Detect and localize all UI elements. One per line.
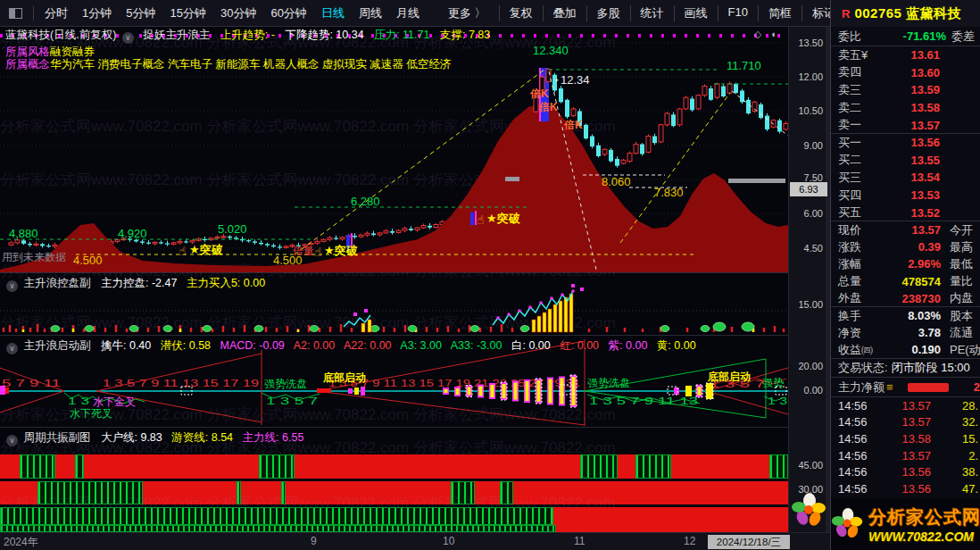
svg-text:1 3: 1 3 [68, 396, 89, 406]
bid-price[interactable]: 13.56 [876, 136, 940, 149]
concept-tags-line: 所属概念华为汽车 消费电子概念 汽车电子 新能源车 机器人概念 虚拟现实 减速器… [5, 57, 451, 72]
svg-text:1 3: 1 3 [768, 396, 787, 406]
bid-price[interactable]: 13.55 [876, 154, 940, 167]
weicha-label: 委差 [946, 29, 980, 45]
timeline-month: 11 [574, 535, 585, 547]
scrollbar[interactable] [826, 27, 830, 532]
site-flower-logo [791, 491, 828, 529]
margin-trading-flag: R [842, 7, 850, 21]
current-date-box: 2024/12/18/三 [708, 535, 790, 549]
menu-divider [33, 6, 34, 21]
weibi-label: 委比 [838, 29, 874, 45]
tool-draw-line[interactable]: 画线 [674, 5, 718, 21]
tick-row[interactable]: 14:5613.5647. [831, 480, 980, 497]
timeline-month: 12 [684, 535, 695, 547]
trade-status: 交易状态: 闭市阶段 15:00 [831, 359, 980, 378]
svg-text:4.920: 4.920 [118, 227, 147, 240]
tab-more[interactable]: 更多 〉 [441, 5, 494, 21]
svg-text:强势洗盘: 强势洗盘 [587, 377, 630, 389]
tool-adjust-price[interactable]: 复权 [499, 5, 543, 21]
timeline-axis: 2024年 9 10 11 12 2024/12/18/三 [0, 532, 830, 550]
ask-price[interactable]: 13.60 [876, 66, 940, 79]
panel2-field2-label: 主力买入5: [187, 277, 240, 289]
style-value: 融资融券 [50, 46, 95, 58]
indicator-name: 捉妖主升浪主 [143, 29, 210, 41]
tool-overlay[interactable]: 叠加 [543, 5, 586, 21]
bid-price[interactable]: 13.52 [876, 206, 940, 220]
svg-text:4.880: 4.880 [9, 227, 38, 240]
tool-simple-frame[interactable]: 简框 [758, 5, 801, 21]
panel-resonance: ∨ 周期共振副图 大户线: 9.83 游资线: 8.54 主力线: 6.55 [0, 427, 788, 525]
tab-5min[interactable]: 5分钟 [119, 5, 162, 21]
svg-text:用到未来数据: 用到未来数据 [2, 251, 66, 263]
signal-bar-blue [470, 212, 474, 225]
site-logo-block: 分析家公式网 WWW.70822.COM [831, 498, 980, 550]
tab-monthly[interactable]: 月线 [389, 5, 427, 21]
support-label: 支撑: [440, 29, 465, 41]
timeline-month: 10 [443, 535, 454, 547]
collapse-panel2-icon[interactable]: ∨ [6, 280, 18, 292]
resonance-row-2 [0, 481, 788, 504]
tab-time-sharing[interactable]: 分时 [37, 5, 75, 21]
chart-column: 分析家公式网www.70822.com 分析家公式网www.70822.com … [0, 27, 830, 550]
collapse-panel4-icon[interactable]: ∨ [6, 435, 18, 446]
signal-strip [0, 525, 788, 532]
svg-text:水下金叉: 水下金叉 [93, 396, 136, 408]
svg-text:★突破: ★突破 [189, 243, 224, 256]
svg-text:倍K: 倍K [563, 119, 583, 131]
svg-text:*: * [555, 77, 559, 86]
tool-multi-stock[interactable]: 多股 [586, 5, 630, 21]
tab-1min[interactable]: 1分钟 [75, 5, 119, 21]
svg-text:☝: ☝ [477, 212, 485, 227]
ask-price[interactable]: 13.59 [876, 83, 940, 96]
tab-30min[interactable]: 30分钟 [213, 5, 263, 21]
svg-text:4.500: 4.500 [73, 254, 103, 267]
tick-row[interactable]: 14:5613.5638. [831, 463, 980, 480]
svg-text:7.830: 7.830 [654, 186, 684, 199]
svg-text:11.710: 11.710 [727, 59, 761, 72]
panel2-field1-label: 主力控盘: [101, 277, 148, 289]
panel-launch: ∨ 主升浪启动副 擒牛: 0.40 潜伏: 0.58 MACD: -0.09 A… [0, 335, 788, 427]
collapse-panel3-icon[interactable]: ∨ [6, 343, 18, 354]
bid-price[interactable]: 13.53 [876, 188, 940, 202]
tick-row[interactable]: 14:5613.572. [831, 447, 980, 464]
timeline-year: 2024年 [4, 535, 38, 550]
tick-row[interactable]: 14:5613.5815. [831, 430, 980, 447]
uptrend-label: 上升趋势: [220, 29, 268, 41]
stats-block-1: 现价13.57今开 涨跌0.39最高 涨幅2.96%最低 总量478574量比 … [831, 221, 980, 307]
tab-60min[interactable]: 60分钟 [263, 5, 313, 21]
list-icon[interactable]: ≡ [886, 380, 893, 394]
tab-15min[interactable]: 15分钟 [162, 5, 212, 21]
svg-text:水下死叉: 水下死叉 [70, 407, 112, 420]
tab-daily[interactable]: 日线 [314, 5, 352, 21]
svg-text:☝: ☝ [314, 245, 322, 259]
window-layout-icon[interactable] [9, 8, 22, 19]
site-url[interactable]: WWW.70822.COM [868, 529, 980, 544]
ask-ladder: 卖五¥13.61 卖四13.60 卖三13.59 卖二13.58 卖一13.57 [831, 46, 980, 134]
ask-price[interactable]: 13.58 [876, 101, 940, 114]
site-flower-logo [831, 502, 865, 546]
ask-price[interactable]: 13.57 [876, 119, 940, 132]
panel-control: ∨ 主升浪控盘副 主力控盘: -2.47 主力买入5: 0.00 [0, 272, 788, 335]
svg-text:☝: ☝ [179, 244, 187, 258]
stats-block-2: 换手8.03%股本 净资3.78流通 收益㈣0.190PE(动) [831, 307, 980, 359]
bid-price[interactable]: 13.54 [876, 171, 940, 184]
tick-row[interactable]: 14:5613.5728. [831, 397, 980, 414]
tick-list: 14:5613.5728. 14:5613.5732. 14:5613.5815… [831, 397, 980, 497]
tool-statistics[interactable]: 统计 [630, 5, 674, 21]
ask-price[interactable]: 13.61 [876, 48, 940, 62]
weibi-value: -71.61% [874, 29, 946, 43]
tab-weekly[interactable]: 周线 [352, 5, 389, 21]
tick-row[interactable]: 14:5613.5732. [831, 414, 980, 431]
panel2-title: 主升浪控盘副 [23, 277, 90, 289]
trading-terminal-window: 分时 1分钟 5分钟 15分钟 30分钟 60分钟 日线 周线 月线 更多 〉 … [0, 0, 980, 550]
collapse-main-icon[interactable]: ∨ [122, 32, 134, 44]
svg-text:1 3 5 7: 1 3 5 7 [266, 396, 318, 406]
svg-text:5.020: 5.020 [218, 222, 247, 236]
svg-text:倍K: 倍K [538, 101, 558, 113]
tool-f10[interactable]: F10 [718, 5, 758, 21]
pressure-value: 11.71 [403, 29, 429, 41]
chart-corner-icons[interactable]: ◇ ◐ [754, 29, 781, 40]
pressure-label: 压力: [374, 29, 399, 41]
svg-text:倍量: 倍量 [293, 245, 314, 257]
